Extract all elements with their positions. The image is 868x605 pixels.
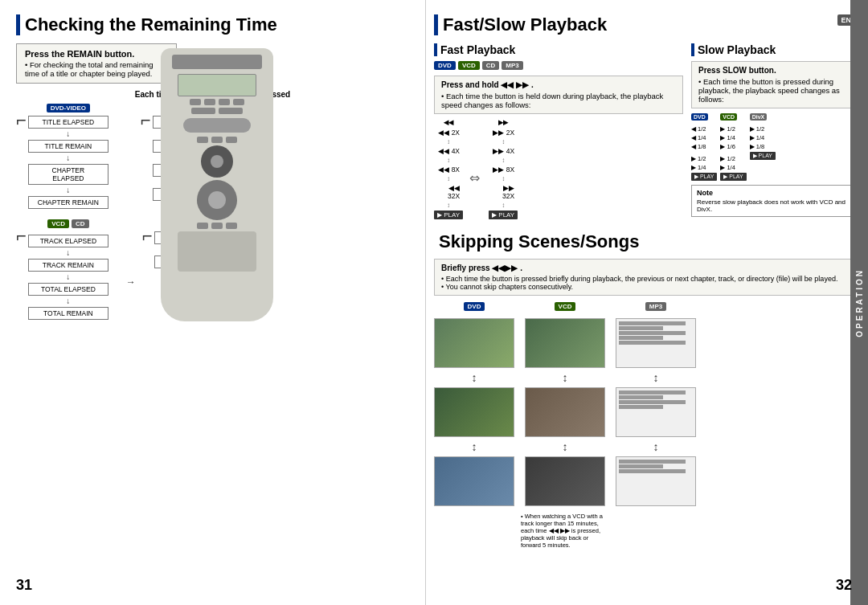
fast-badge-row: DVD VCD CD MP3 [434,61,683,72]
slow-divx-play: ▶ PLAY [750,152,776,160]
slow-vcd-r16: ▶ 1/6 [720,143,735,150]
rev-speed-4x: ◀◀ 4X [437,147,460,155]
remote-nav-circle[interactable] [197,180,237,220]
fwd-speed-2x: ▶▶ 2X [492,129,514,137]
fast-title: Fast Playback [434,43,683,56]
fwd-arrow-1: ↕ [502,138,505,145]
remote-btn-5[interactable] [197,137,208,143]
briefly-note-1: • You cannot skip chapters consecutively… [441,283,845,291]
thumb-mp3-badge: MP3 [645,302,666,311]
remote-volume-circle[interactable] [201,145,233,178]
remote-volume-inner [211,155,223,168]
slow-divx-r14: ▶ 1/4 [750,134,765,141]
remote-btn-8[interactable] [197,223,208,229]
mp3-line-4 [619,336,663,340]
slow-vcd-r12: ▶ 1/2 [720,125,735,133]
thumb-mp3-img-3 [616,456,696,506]
dvd-video-item-3: CHAPTER REMAIN [28,196,108,209]
mp3-line-6 [619,390,686,394]
press-slow-note: • Each time the button is pressed during… [698,77,845,104]
fwd-speed-32x: ▶▶ 32X [492,184,514,200]
briefly-box: Briefly press ◀◀▶▶ . • Each time the but… [434,259,852,296]
right-title-text: Fast/Slow Playback [443,14,607,35]
mp3-line-2 [619,326,663,330]
skipping-title-text: Skipping Scenes/Songs [439,231,639,252]
mp3-line-10 [619,460,686,464]
fast-slow-area: Fast Playback DVD VCD CD MP3 Press and h… [434,43,852,225]
mp3-line-5 [619,341,686,345]
remain-box-subtitle: • For checking the total and remaining t… [25,60,168,78]
remote-btn-4[interactable] [233,99,244,105]
remote-btn-6[interactable] [211,137,223,143]
fast-cd-badge: CD [482,61,500,70]
fwd-speed-8x: ▶▶ 8X [492,166,514,174]
mp3-line-3 [619,331,686,335]
note-title: Note [697,189,846,197]
vcd-cd-arrow-0: ↓ [66,249,70,257]
slow-playback-section: Slow Playback Press SLOW button. • Each … [691,43,852,225]
remote-remain-btn[interactable] [183,118,251,133]
vcd-cd-item-0: TRACK ELAPSED [28,235,108,247]
remote-btn-10[interactable] [226,223,237,229]
vcd-cd-badge-row: VCD CD [47,219,88,231]
dvd-video-arrow-2: ↓ [66,186,70,194]
slow-dvd-r14: ◀ 1/4 [691,134,706,141]
slow-blue-bar [691,43,694,56]
remote-btn-1[interactable] [190,99,201,105]
dvd-video-column: DVD-VIDEO TITLE ELAPSED ↓ TITLE REMAIN ↓… [28,104,108,210]
speed-separator: ⇔ [469,119,482,220]
skipping-section: Skipping Scenes/Songs Briefly press ◀◀▶▶… [434,231,852,549]
remote-btn-7[interactable] [226,137,237,143]
thumb-grid: DVD ↕ ↕ VCD ↕ ↕ [434,302,852,549]
slow-dvd-f14: ▶ 1/4 [691,164,706,171]
page: Checking the Remaining Time Press the RE… [0,0,868,605]
slow-divx-col: DivX ▶ 1/2 ▶ 1/4 ▶ 1/8 ▶ PLAY [750,113,776,182]
dvd-video-arrow-0: ↓ [66,130,70,138]
remote-btn-row-3 [197,137,237,143]
title-blue-bar [16,14,20,35]
forward-speed-col: ▶▶ ▶▶ 2X ↕ ▶▶ 4X ↕ ▶▶ 8X ↕ ▶▶ 32X ↕ ▶ PL… [489,119,518,220]
thumb-vcd-img-2 [525,387,605,437]
fast-playback-section: Fast Playback DVD VCD CD MP3 Press and h… [434,43,683,225]
remote-btn-wide-1[interactable] [191,108,215,114]
vcd-cd-item-3: TOTAL REMAIN [28,307,108,320]
slow-dvd-r18: ◀ 1/8 [691,143,706,150]
remote-btn-3[interactable] [219,99,230,105]
press-slow-box: Press SLOW button. • Each time the butto… [691,61,852,108]
rev-arrow-4: ↕ [447,202,450,209]
operation-text: OPERATION [855,268,864,337]
thumb-dvd-img-1 [434,318,514,368]
thumb-dvd-arrow-2: ↕ [472,440,477,453]
remote-btn-row-1 [190,99,244,105]
dvd-video-badge: DVD-VIDEO [47,104,90,112]
remote-img [161,48,273,321]
slow-speed-area: DVD ◀ 1/2 ◀ 1/4 ◀ 1/8 ▶ 1/2 ▶ 1/4 ▶ PLAY… [691,113,852,182]
thumb-vcd-col: VCD ↕ ↕ • When watching a VCD with a tra… [521,302,609,549]
remote-btn-2[interactable] [204,99,215,105]
slow-note-box: Note Reverse slow playback does not work… [691,185,852,217]
vcd-cd-arrow-2: ↓ [66,297,70,305]
vcd-note: • When watching a VCD with a track longe… [521,513,609,549]
left-title-text: Checking the Remaining Time [25,14,277,35]
remain-box-title: Press the REMAIN button. [25,49,168,59]
remain-box: Press the REMAIN button. • For checking … [16,43,177,84]
thumb-dvd-img-3 [434,456,514,506]
remote-screen [178,74,256,96]
press-hold-text: Press and hold ◀◀ ▶▶ . [441,80,676,89]
rev-speed-32x: ◀◀ 32X [437,184,460,200]
remote-btn-9[interactable] [211,223,223,229]
thumb-mp3-arrow-2: ↕ [653,440,659,453]
briefly-text: Briefly press ◀◀▶▶ . [441,264,845,272]
right-title-blue-bar [434,14,438,35]
slow-dvd-r12: ◀ 1/2 [691,125,706,133]
slow-divx-header: DivX [750,113,768,123]
vcd-cd-column: VCD CD TRACK ELAPSED ↓ TRACK REMAIN ↓ TO… [28,219,108,321]
cd-badge: CD [72,219,89,228]
fwd-arrow-2: ↕ [502,157,505,164]
slow-vcd-play: ▶ PLAY [720,173,746,181]
right-section: ENG Fast/Slow Playback Fast Playback DVD… [426,0,868,605]
dvd-video-arrow-1: ↓ [66,154,70,162]
thumb-mp3-col: MP3 ↕ ↕ [616,302,696,549]
remote-btn-wide-2[interactable] [219,108,243,114]
mp3-line-1 [619,321,686,325]
